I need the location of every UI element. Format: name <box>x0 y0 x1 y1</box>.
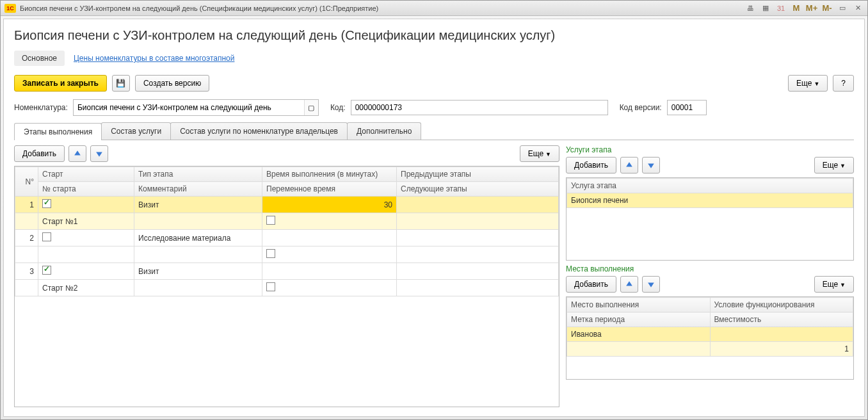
close-icon[interactable]: ✕ <box>852 3 864 13</box>
calendar-icon[interactable]: 31 <box>775 3 787 13</box>
nomenclature-input-wrap: ▢ <box>73 99 319 116</box>
calc-icon[interactable]: ▦ <box>760 3 771 13</box>
col-number: N° <box>15 167 38 197</box>
checkbox-icon[interactable] <box>266 216 275 225</box>
table-row[interactable]: Старт №1 <box>15 213 559 230</box>
nav-tabs: Основное Цены номенклатуры в составе мно… <box>14 51 854 66</box>
stage-services-section: Услуги этапа Добавить Еще▼ Услуга этапа … <box>566 145 854 261</box>
version-code-label: Код версии: <box>620 103 662 112</box>
main-toolbar: Записать и закрыть 💾 Создать версию Еще▼… <box>14 75 854 92</box>
window: 1C Биопсия печени с УЗИ-контролем на сле… <box>0 0 868 420</box>
app-logo-icon: 1C <box>4 4 16 13</box>
stages-table[interactable]: N° Старт Тип этапа Время выполнения (в м… <box>14 166 559 407</box>
col-condition: Условие функционирования <box>710 298 853 312</box>
right-panel: Услуги этапа Добавить Еще▼ Услуга этапа … <box>566 145 854 407</box>
places-toolbar: Добавить Еще▼ <box>566 276 854 293</box>
stage-services-title: Услуги этапа <box>566 145 854 154</box>
create-version-button[interactable]: Создать версию <box>135 75 209 92</box>
add-stage-button[interactable]: Добавить <box>14 145 65 162</box>
col-comment: Комментарий <box>134 182 262 197</box>
col-stage-service: Услуга этапа <box>567 179 853 193</box>
memory-mminus-button[interactable]: M- <box>821 3 833 13</box>
version-code-input-wrap <box>667 100 707 115</box>
form-row: Номенклатура: ▢ Код: Код версии: <box>14 99 854 116</box>
col-type: Тип этапа <box>134 167 262 182</box>
window-title: Биопсия печени с УЗИ-контролем на следую… <box>20 4 744 12</box>
stages-more-button[interactable]: Еще▼ <box>520 145 559 162</box>
titlebar: 1C Биопсия печени с УЗИ-контролем на сле… <box>1 1 867 16</box>
nomenclature-input[interactable] <box>74 101 304 115</box>
tab-additional[interactable]: Дополнительно <box>347 122 421 140</box>
tab-stages[interactable]: Этапы выполнения <box>14 123 102 140</box>
table-row[interactable] <box>15 246 559 263</box>
code-input[interactable] <box>351 101 607 115</box>
col-time: Время выполнения (в минутах) <box>262 167 397 182</box>
checkbox-icon[interactable] <box>266 282 275 291</box>
save-close-button[interactable]: Записать и закрыть <box>14 75 107 92</box>
stages-panel: Добавить Еще▼ N° Старт Тип этапа Время в… <box>14 145 559 407</box>
col-capacity: Вместимость <box>710 312 853 327</box>
nav-tab-prices-link[interactable]: Цены номенклатуры в составе многоэтапной <box>74 54 234 63</box>
save-button[interactable]: 💾 <box>112 75 130 92</box>
print-icon[interactable]: 🖶 <box>744 3 756 13</box>
table-row[interactable]: 1 Визит 30 <box>15 197 559 213</box>
move-down-button[interactable] <box>642 276 660 293</box>
tab-owner-nomenclature[interactable]: Состав услуги по номенклатуре владельцев <box>170 122 348 140</box>
table-row[interactable]: Иванова <box>567 327 853 342</box>
checkbox-icon[interactable] <box>266 249 275 258</box>
code-input-wrap <box>351 100 608 115</box>
inner-tabs: Этапы выполнения Состав услуги Состав ус… <box>14 122 854 140</box>
places-table[interactable]: Место выполнения Условие функционировани… <box>566 296 854 380</box>
table-row[interactable]: Старт №2 <box>15 280 559 296</box>
move-up-button[interactable] <box>620 276 638 293</box>
memory-m-button[interactable]: M <box>791 3 802 13</box>
services-table[interactable]: Услуга этапа Биопсия печени <box>566 177 854 261</box>
add-place-button[interactable]: Добавить <box>566 276 616 293</box>
places-section: Места выполнения Добавить Еще▼ Место вып… <box>566 264 854 380</box>
stages-toolbar: Добавить Еще▼ <box>14 145 559 162</box>
table-row[interactable]: 2 Исследование материала <box>15 230 559 246</box>
col-next: Следующие этапы <box>397 182 559 197</box>
move-up-button[interactable] <box>68 145 86 162</box>
checkbox-icon[interactable] <box>42 266 51 275</box>
move-up-button[interactable] <box>620 157 638 174</box>
services-more-button[interactable]: Еще▼ <box>814 157 854 174</box>
move-down-button[interactable] <box>90 145 108 162</box>
places-more-button[interactable]: Еще▼ <box>814 276 854 293</box>
tab-body: Добавить Еще▼ N° Старт Тип этапа Время в… <box>14 140 854 407</box>
table-row[interactable]: 1 <box>567 342 853 357</box>
more-button[interactable]: Еще▼ <box>788 75 828 92</box>
add-service-button[interactable]: Добавить <box>566 157 616 174</box>
checkbox-icon[interactable] <box>42 199 51 208</box>
col-period-mark: Метка периода <box>567 312 711 327</box>
memory-mplus-button[interactable]: M+ <box>806 3 817 13</box>
table-row[interactable]: 3 Визит <box>15 263 559 280</box>
titlebar-icons: 🖶 ▦ 31 M M+ M- ▭ ✕ <box>744 3 864 13</box>
table-row[interactable]: Биопсия печени <box>567 193 853 208</box>
services-toolbar: Добавить Еще▼ <box>566 157 854 174</box>
col-vartime: Переменное время <box>262 182 397 197</box>
tab-composition[interactable]: Состав услуги <box>101 122 171 140</box>
places-title: Места выполнения <box>566 264 854 273</box>
content: Биопсия печени с УЗИ-контролем на следую… <box>3 19 865 417</box>
nav-tab-main[interactable]: Основное <box>14 51 65 66</box>
version-code-input[interactable] <box>668 101 706 115</box>
col-start: Старт <box>38 167 134 182</box>
col-startnum: № старта <box>38 182 134 197</box>
col-prev: Предыдущие этапы <box>397 167 559 182</box>
col-place: Место выполнения <box>567 298 711 312</box>
minimize-icon[interactable]: ▭ <box>837 3 848 13</box>
nomenclature-open-icon[interactable]: ▢ <box>304 100 318 115</box>
page-title: Биопсия печени с УЗИ-контролем на следую… <box>14 28 854 43</box>
help-button[interactable]: ? <box>833 75 854 92</box>
move-down-button[interactable] <box>642 157 660 174</box>
checkbox-icon[interactable] <box>42 232 51 241</box>
nomenclature-label: Номенклатура: <box>14 103 68 112</box>
code-label: Код: <box>330 103 346 112</box>
